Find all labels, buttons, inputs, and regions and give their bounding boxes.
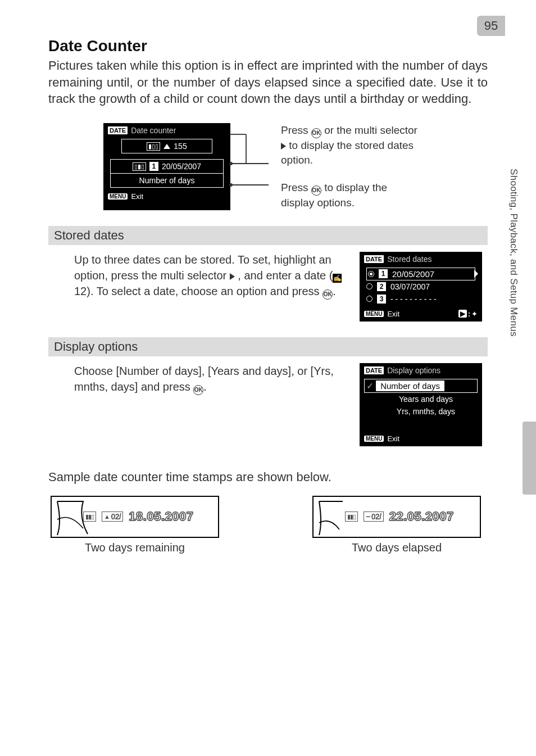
sample-intro: Sample date counter time stamps are show… <box>48 469 488 486</box>
exit-label: Exit <box>131 192 143 201</box>
right-nav-icon: ▶ <box>458 310 467 318</box>
stored-dates-header: Stored dates <box>48 226 488 245</box>
number-of-days-link: Number of days <box>139 176 195 185</box>
photo-corner-icon <box>56 500 90 536</box>
stored-date-value: 20/05/2007 <box>162 162 201 171</box>
stamp-date: 18.05.2007 <box>129 509 193 524</box>
sample-right: ▮▮▯ − 02/ 22.05.2007 Two days elapsed <box>312 496 481 554</box>
opt-label: Number of days <box>376 381 444 391</box>
display-option-row-3: Yrs, mnths, days <box>364 405 478 418</box>
callout-stored-dates: Press OK or the multi selector to displa… <box>281 123 421 167</box>
display-option-row-1: ✓ Number of days <box>364 379 478 393</box>
slot-value: - - - - - - - - - - <box>390 295 437 304</box>
sample-caption-left: Two days remaining <box>51 541 219 554</box>
right-triangle-icon <box>230 273 235 280</box>
date-mode-icon: ▯▮▯ <box>133 162 146 171</box>
intro-paragraph: Pictures taken while this option is in e… <box>48 57 488 107</box>
photo-corner-icon <box>318 500 352 536</box>
stamp-indicator: ▲ 02/ <box>102 511 123 522</box>
stored-dates-block: Up to three dates can be stored. To set,… <box>74 252 482 322</box>
callout-display-options: Press OK to display the display options. <box>281 180 421 210</box>
date-icon: DATE <box>108 126 128 134</box>
callout-leader-lines <box>229 124 280 203</box>
confirm-icon: ✦ <box>471 310 478 318</box>
stored-dates-paragraph: Up to three dates can be stored. To set,… <box>74 252 347 300</box>
date-slot-badge: 1 <box>149 162 158 171</box>
t: ). To select a date, choose an option an… <box>87 285 322 297</box>
t: Press <box>281 182 311 193</box>
exit-label: Exit <box>387 310 399 318</box>
sample-stamp-box-elapsed: ▮▮▯ − 02/ 22.05.2007 <box>312 496 481 538</box>
t: , and enter a date ( <box>235 269 333 282</box>
callout-text-column: Press OK or the multi selector to displa… <box>281 123 421 210</box>
sample-stamp-box-remaining: ▮▮▯ ▲ 02/ 18.05.2007 <box>51 496 219 538</box>
ok-button-icon: OK <box>193 385 203 395</box>
sample-left: ▮▮▯ ▲ 02/ 18.05.2007 Two days remaining <box>51 496 219 554</box>
ok-button-icon: OK <box>322 289 333 300</box>
stored-dates-title: Stored dates <box>387 255 431 264</box>
stored-date-row-1: 1 20/05/2007 <box>366 268 475 280</box>
up-triangle-icon <box>163 144 170 149</box>
colon: : <box>468 310 470 318</box>
t: or the multi selector <box>321 124 417 136</box>
ok-button-icon: OK <box>311 128 321 138</box>
t: to display the stored dates option. <box>281 139 414 166</box>
display-option-row-2: Years and days <box>364 393 478 405</box>
page-title: Date Counter <box>48 37 488 55</box>
sample-stamp-row: ▮▮▯ ▲ 02/ 18.05.2007 Two days remaining … <box>48 496 488 554</box>
t: Press <box>281 124 311 136</box>
opt-label: Years and days <box>399 395 453 404</box>
radio-icon <box>366 296 373 302</box>
svg-point-5 <box>229 183 233 187</box>
radio-icon <box>366 283 373 289</box>
ok-button-icon: OK <box>311 185 321 196</box>
counter-value: 155 <box>174 142 187 151</box>
display-options-title: Display options <box>387 366 440 375</box>
date-counter-title: Date counter <box>131 126 176 135</box>
date-icon: DATE <box>364 255 384 263</box>
slot-badge: 1 <box>379 269 388 278</box>
date-icon: DATE <box>364 366 384 374</box>
right-triangle-icon <box>281 143 286 150</box>
slot-badge: 2 <box>377 282 386 291</box>
page-content: Date Counter Pictures taken while this o… <box>0 0 536 756</box>
slot-badge: 3 <box>377 295 386 304</box>
date-counter-screen: DATE Date counter ▮▯▯ 155 ▯▮▯ 1 20/05/20… <box>103 123 230 210</box>
menu-badge: MENU <box>364 311 384 317</box>
exit-label: Exit <box>387 434 399 443</box>
stamp-count: 02/ <box>111 512 121 521</box>
stored-dates-screen: DATE Stored dates 1 20/05/2007 2 03/07/2… <box>360 252 482 322</box>
display-options-header: Display options <box>48 337 488 356</box>
stored-date-row-2: 2 03/07/2007 <box>366 280 475 293</box>
reference-icon: ✍ <box>333 274 342 283</box>
menu-badge: MENU <box>108 193 128 200</box>
stored-date-row-3: 3 - - - - - - - - - - <box>366 293 475 305</box>
t: . <box>333 285 336 297</box>
t: . <box>203 381 207 393</box>
display-options-block: Choose [Number of days], [Years and days… <box>74 363 482 446</box>
svg-point-1 <box>229 162 233 165</box>
main-figure: DATE Date counter ▮▯▯ 155 ▯▮▯ 1 20/05/20… <box>37 123 488 210</box>
reference-page: 12 <box>74 285 87 297</box>
slot-value: 03/07/2007 <box>390 282 430 291</box>
stamp-indicator: − 02/ <box>364 511 384 522</box>
counter-mode-icon: ▮▯▯ <box>147 142 160 151</box>
opt-label: Yrs, mnths, days <box>397 407 455 416</box>
stamp-date: 22.05.2007 <box>389 509 454 524</box>
checkmark-icon: ✓ <box>366 381 374 391</box>
display-options-paragraph: Choose [Number of days], [Years and days… <box>74 363 347 395</box>
slot-value: 20/05/2007 <box>392 269 434 279</box>
stamp-count: 02/ <box>371 512 381 521</box>
menu-badge: MENU <box>364 436 384 442</box>
sample-caption-right: Two days elapsed <box>312 541 481 554</box>
radio-selected-icon <box>368 271 374 277</box>
display-options-screen: DATE Display options ✓ Number of days Ye… <box>360 363 482 446</box>
